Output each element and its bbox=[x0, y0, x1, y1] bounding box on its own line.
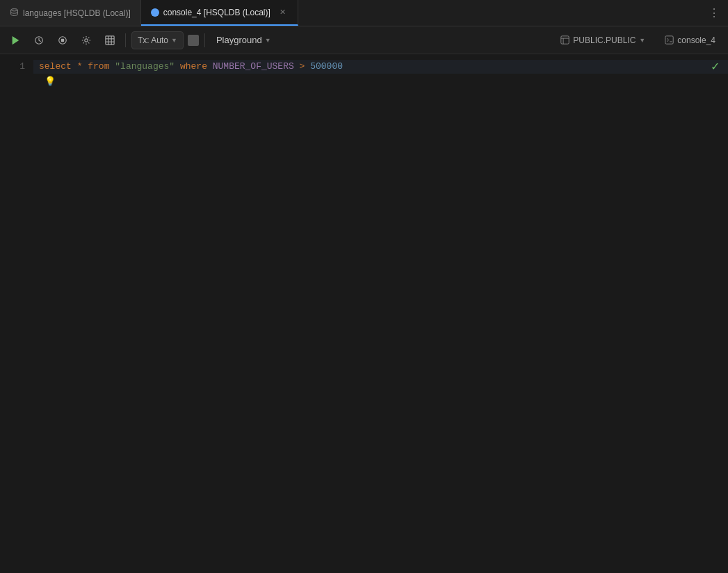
tab-console4[interactable]: console_4 [HSQLDB (Local)] ✕ bbox=[141, 0, 298, 26]
schema-label: PUBLIC.PUBLIC bbox=[573, 35, 636, 45]
history-button[interactable] bbox=[29, 31, 49, 50]
more-icon: ⋮ bbox=[709, 6, 720, 19]
svg-rect-6 bbox=[106, 35, 114, 44]
space-5 bbox=[207, 60, 213, 74]
space-1 bbox=[72, 60, 77, 74]
operator-gt: > bbox=[300, 60, 305, 74]
hint-icon: 💡 bbox=[39, 74, 61, 90]
number-value: 500000 bbox=[310, 60, 343, 74]
space-7 bbox=[305, 60, 310, 74]
column-name: NUMBER_OF_USERS bbox=[213, 60, 294, 74]
grid-button[interactable] bbox=[100, 31, 120, 50]
stop-button[interactable] bbox=[53, 31, 72, 50]
space-3 bbox=[109, 60, 115, 74]
playground-dropdown-arrow: ▼ bbox=[265, 37, 271, 44]
space-4 bbox=[175, 60, 180, 74]
svg-rect-4 bbox=[61, 38, 64, 41]
tx-label: Tx: Auto bbox=[138, 35, 168, 45]
console-icon bbox=[665, 35, 674, 45]
console4-tab-label: console_4 [HSQLDB (Local)] bbox=[163, 8, 270, 17]
schema-icon bbox=[560, 35, 569, 45]
tx-dropdown[interactable]: Tx: Auto ▼ bbox=[131, 31, 184, 49]
svg-rect-11 bbox=[561, 36, 569, 44]
separator-2 bbox=[204, 33, 205, 47]
schema-selector[interactable]: PUBLIC.PUBLIC ▼ bbox=[553, 33, 652, 47]
table-name: "languages" bbox=[115, 60, 175, 74]
code-line-2: 💡 bbox=[33, 74, 728, 90]
tab-bar: languages [HSQLDB (Local)] console_4 [HS… bbox=[0, 0, 728, 26]
svg-marker-1 bbox=[13, 35, 19, 44]
tx-dropdown-arrow: ▼ bbox=[171, 37, 177, 44]
run-button[interactable] bbox=[6, 31, 25, 50]
more-tabs-button[interactable]: ⋮ bbox=[700, 0, 728, 26]
database-icon bbox=[10, 8, 19, 19]
checkmark-icon: ✓ bbox=[711, 60, 720, 73]
languages-tab-label: languages [HSQLDB (Local)] bbox=[23, 8, 131, 18]
playground-label: Playground bbox=[216, 35, 262, 45]
svg-point-5 bbox=[85, 38, 88, 41]
keyword-select: select bbox=[39, 60, 72, 74]
playground-dropdown[interactable]: Playground ▼ bbox=[211, 33, 277, 47]
tab-close-button[interactable]: ✕ bbox=[277, 7, 288, 17]
keyword-where: where bbox=[180, 60, 207, 74]
space-2 bbox=[82, 60, 88, 74]
line-numbers: 1 bbox=[0, 54, 33, 573]
wildcard: * bbox=[77, 60, 83, 74]
tab-languages[interactable]: languages [HSQLDB (Local)] bbox=[0, 0, 141, 26]
code-line-1: select * from "languages" where NUMBER_O… bbox=[33, 60, 728, 74]
svg-point-0 bbox=[11, 8, 18, 10]
svg-rect-14 bbox=[665, 36, 673, 44]
schema-dropdown-arrow: ▼ bbox=[639, 37, 645, 44]
separator-1 bbox=[125, 33, 126, 47]
toolbar: Tx: Auto ▼ Playground ▼ PUBLIC.PUBLIC ▼ … bbox=[0, 26, 728, 54]
settings-button[interactable] bbox=[76, 31, 96, 50]
line-number-1: 1 bbox=[0, 60, 25, 74]
console-label: console_4 bbox=[677, 35, 715, 45]
space-6 bbox=[294, 60, 300, 74]
editor-area: 1 select * from "languages" where NUMBER… bbox=[0, 54, 728, 573]
console-dot-icon bbox=[151, 8, 159, 17]
keyword-from: from bbox=[88, 60, 109, 74]
toolbar-right: PUBLIC.PUBLIC ▼ console_4 bbox=[553, 33, 722, 47]
code-editor[interactable]: select * from "languages" where NUMBER_O… bbox=[33, 54, 728, 573]
transaction-indicator bbox=[188, 35, 199, 46]
tab-spacer bbox=[298, 0, 700, 26]
console-selector[interactable]: console_4 bbox=[658, 33, 722, 47]
